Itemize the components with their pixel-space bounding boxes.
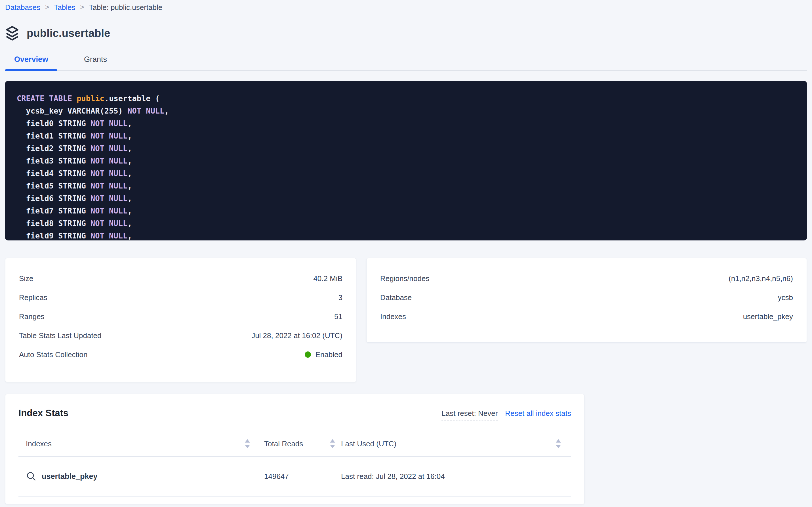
breadcrumb-tables[interactable]: Tables xyxy=(54,3,75,12)
stat-value: usertable_pkey xyxy=(743,312,793,321)
stat-value: 51 xyxy=(334,312,342,321)
index-stats-title: Index Stats xyxy=(18,407,68,419)
column-header-indexes: Indexes xyxy=(26,439,250,448)
stat-row-ranges: Ranges 51 xyxy=(19,311,342,323)
last-reset-label[interactable]: Last reset: Never xyxy=(441,409,498,420)
last-used-value: Last read: Jul 28, 2022 at 16:04 xyxy=(341,472,445,481)
index-table-header-row: Indexes Total Reads Last Used (UTC) xyxy=(18,431,571,457)
reset-area: Last reset: Never Reset all index stats xyxy=(441,407,571,420)
sort-icon[interactable] xyxy=(245,439,250,448)
layers-icon xyxy=(5,25,19,41)
status-text: Enabled xyxy=(315,350,342,359)
stat-label: Database xyxy=(380,293,412,302)
stat-row-stats-updated: Table Stats Last Updated Jul 28, 2022 at… xyxy=(19,330,342,341)
sql-code: CREATE TABLE public.usertable ( ycsb_key… xyxy=(17,92,798,240)
index-stats-card: Index Stats Last reset: Never Reset all … xyxy=(5,394,584,504)
create-table-sql-block: CREATE TABLE public.usertable ( ycsb_key… xyxy=(5,81,807,240)
stat-label: Replicas xyxy=(19,293,47,302)
status-dot-icon xyxy=(305,351,311,358)
tab-overview[interactable]: Overview xyxy=(5,55,57,70)
breadcrumb: Databases > Tables > Table: public.usert… xyxy=(5,3,807,12)
stat-value: (n1,n2,n3,n4,n5,n6) xyxy=(729,274,793,283)
stat-label: Ranges xyxy=(19,312,45,321)
page-header: public.usertable xyxy=(5,25,807,41)
breadcrumb-current-table: Table: public.usertable xyxy=(89,3,163,12)
sort-icon[interactable] xyxy=(330,439,335,448)
column-header-label: Last Used (UTC) xyxy=(341,440,396,448)
stat-label: Table Stats Last Updated xyxy=(19,331,102,340)
index-table-row[interactable]: usertable_pkey 149647 Last read: Jul 28,… xyxy=(18,457,571,497)
stat-row-auto-stats: Auto Stats Collection Enabled xyxy=(19,349,342,360)
stat-row-size: Size 40.2 MiB xyxy=(19,273,342,284)
tab-grants[interactable]: Grants xyxy=(75,55,116,70)
stat-row-replicas: Replicas 3 xyxy=(19,291,342,303)
tabs: Overview Grants xyxy=(5,55,807,71)
total-reads-value: 149647 xyxy=(264,472,289,481)
stat-value: 3 xyxy=(338,293,342,302)
table-details-card: Regions/nodes (n1,n2,n3,n4,n5,n6) Databa… xyxy=(366,258,807,343)
chevron-right-icon: > xyxy=(45,3,49,12)
last-used-cell: Last read: Jul 28, 2022 at 16:04 xyxy=(341,472,564,481)
index-stats-header: Index Stats Last reset: Never Reset all … xyxy=(18,407,571,420)
stat-label: Indexes xyxy=(380,312,406,321)
search-icon xyxy=(26,471,36,482)
summary-cards: Size 40.2 MiB Replicas 3 Ranges 51 Table… xyxy=(5,258,807,382)
stat-row-database: Database ycsb xyxy=(380,291,793,303)
stat-value: ycsb xyxy=(778,293,793,302)
stat-label: Size xyxy=(19,274,34,283)
reset-all-index-stats-link[interactable]: Reset all index stats xyxy=(505,409,571,418)
sort-icon[interactable] xyxy=(556,439,561,448)
column-header-last-used: Last Used (UTC) xyxy=(341,439,564,448)
page-title: public.usertable xyxy=(27,27,110,40)
index-stats-table: Indexes Total Reads Last Used (UTC) xyxy=(18,431,571,497)
stat-label: Auto Stats Collection xyxy=(19,350,87,359)
chevron-right-icon: > xyxy=(80,3,84,12)
stat-row-indexes: Indexes usertable_pkey xyxy=(380,311,793,323)
stat-row-regions: Regions/nodes (n1,n2,n3,n4,n5,n6) xyxy=(380,273,793,284)
column-header-total-reads: Total Reads xyxy=(264,439,335,448)
total-reads-cell: 149647 xyxy=(264,472,335,481)
column-header-label: Total Reads xyxy=(264,440,303,448)
status-value: Enabled xyxy=(305,350,342,359)
table-stats-card: Size 40.2 MiB Replicas 3 Ranges 51 Table… xyxy=(5,258,356,382)
table-detail-page: Databases > Tables > Table: public.usert… xyxy=(0,0,812,504)
stat-value: 40.2 MiB xyxy=(313,274,342,283)
index-name-cell: usertable_pkey xyxy=(26,471,250,482)
stat-label: Regions/nodes xyxy=(380,274,429,283)
breadcrumb-databases[interactable]: Databases xyxy=(5,3,40,12)
column-header-label: Indexes xyxy=(26,440,52,448)
stat-value: Jul 28, 2022 at 16:02 (UTC) xyxy=(251,331,342,340)
index-name: usertable_pkey xyxy=(42,472,98,481)
